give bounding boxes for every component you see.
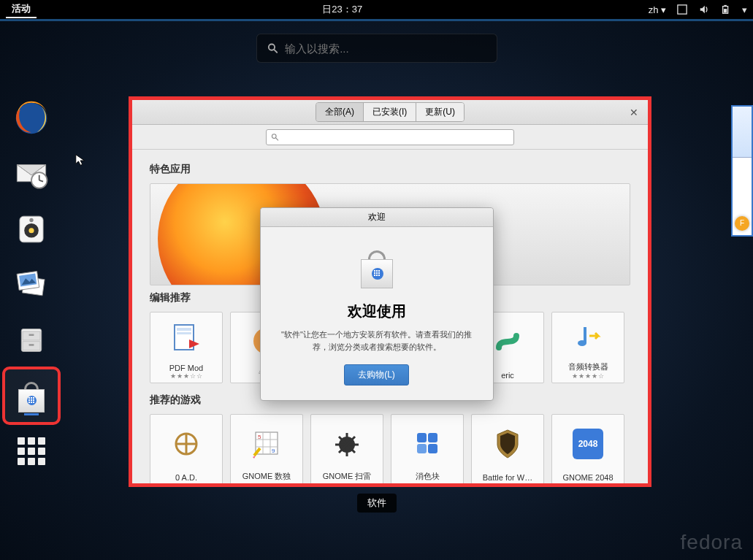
sudoku-icon: 59 (251, 428, 282, 459)
welcome-heading: 欢迎使用 (348, 302, 406, 321)
svg-point-4 (268, 44, 274, 50)
close-button[interactable]: ✕ (626, 104, 642, 120)
dock-item-evolution[interactable] (5, 147, 58, 200)
svg-rect-0 (678, 5, 687, 14)
accessibility-icon[interactable] (676, 4, 688, 15)
app-label: PDF Mod (153, 364, 220, 372)
battery-icon[interactable] (720, 4, 732, 15)
blocks-icon (413, 429, 442, 458)
app-stars: ★★★☆☆ (170, 372, 203, 380)
svg-rect-27 (177, 328, 191, 331)
svg-line-5 (274, 50, 278, 53)
svg-rect-47 (417, 433, 427, 442)
speaker-icon (13, 211, 50, 248)
app-label: 0 A.D. (153, 473, 220, 482)
svg-rect-28 (177, 332, 191, 334)
svg-rect-22 (29, 334, 34, 336)
snake-icon (492, 326, 524, 358)
dock-item-software[interactable] (5, 369, 58, 422)
tab-updates[interactable]: 更新(U) (416, 103, 464, 121)
app-label: 消色块 (394, 471, 461, 482)
app-stars: ★★★★☆ (572, 372, 605, 380)
app-label: GNOME 扫雷 (313, 471, 381, 482)
mine-icon (332, 429, 362, 458)
svg-rect-49 (417, 444, 427, 453)
welcome-titlebar: 欢迎 (261, 208, 493, 227)
audio-convert-icon (572, 321, 604, 353)
app-card[interactable]: 音频转换器 ★★★★☆ (551, 312, 624, 383)
dock-item-apps-grid[interactable] (5, 425, 58, 477)
pdf-icon (170, 322, 202, 354)
welcome-text: "软件"让您在一个地方安装所有软件。请查看我们的推荐，浏览分类或者搜索想要的软件… (278, 329, 475, 353)
system-menu-chevron-icon[interactable]: ▾ (742, 4, 747, 15)
app-card[interactable]: GNOME 扫雷 (310, 414, 383, 483)
app-card[interactable]: Battle for W… (471, 414, 544, 483)
svg-text:9: 9 (272, 448, 275, 454)
fedora-watermark: fedora (681, 531, 743, 554)
mail-clock-icon (13, 156, 50, 192)
software-search-row (132, 125, 648, 150)
close-icon: ✕ (630, 107, 638, 118)
app-label: 音频转换器 (554, 361, 622, 372)
overview-search[interactable] (256, 34, 497, 63)
tile-2048-icon: 2048 (573, 429, 603, 459)
recommended-games-row: 0 A.D. 59 GNOME 数独 GNOME 扫雷 消色块 Battle f… (150, 414, 630, 483)
dock (3, 92, 60, 477)
app-label: Battle for W… (474, 473, 541, 482)
go-shopping-button[interactable]: 去购物(L) (344, 364, 409, 386)
svg-rect-21 (23, 342, 40, 350)
svg-point-24 (272, 134, 276, 138)
apps-grid-icon (18, 437, 45, 465)
input-lang[interactable]: zh ▾ (649, 4, 666, 15)
file-cabinet-icon (14, 323, 49, 358)
overview-search-input[interactable] (285, 42, 486, 55)
svg-point-14 (28, 228, 34, 233)
software-search[interactable] (266, 129, 514, 145)
app-card[interactable]: 0 A.D. (150, 414, 223, 483)
svg-text:5: 5 (258, 434, 261, 440)
app-label: GNOME 2048 (554, 473, 622, 482)
software-bag-icon (15, 379, 48, 413)
app-card[interactable]: PDF Mod ★★★☆☆ (150, 312, 223, 383)
svg-rect-3 (724, 9, 727, 12)
desktop-overview: F 全部(A) 已安装(I) 更新(U) ✕ 特色应用 编辑推荐 (0, 19, 753, 560)
software-headerbar: 全部(A) 已安装(I) 更新(U) ✕ (132, 100, 648, 125)
activities-button[interactable]: 活动 (6, 1, 37, 18)
cursor-icon (74, 153, 88, 166)
svg-line-25 (275, 137, 278, 140)
tab-all[interactable]: 全部(A) (316, 103, 364, 121)
svg-point-31 (578, 340, 586, 346)
software-bag-icon (355, 246, 399, 290)
search-icon (267, 42, 278, 54)
app-card[interactable]: 59 GNOME 数独 (230, 414, 303, 483)
side-preview-badge: F (735, 216, 749, 231)
tab-installed[interactable]: 已安装(I) (364, 103, 416, 121)
dock-item-rhythmbox[interactable] (5, 203, 58, 256)
dock-item-files[interactable] (5, 314, 58, 367)
wesnoth-shield-icon (493, 427, 522, 461)
dock-item-firefox[interactable] (5, 92, 58, 145)
svg-rect-23 (29, 344, 34, 346)
shield-circle-icon (172, 429, 201, 459)
volume-icon[interactable] (698, 4, 710, 15)
section-featured-title: 特色应用 (150, 163, 630, 176)
app-label: GNOME 数独 (233, 471, 300, 482)
search-icon (271, 133, 279, 142)
svg-rect-18 (19, 274, 37, 287)
app-card[interactable]: 2048 GNOME 2048 (551, 414, 624, 483)
top-panel: 活动 日23：37 zh ▾ ▾ (0, 0, 753, 19)
chevron-down-icon: ▾ (661, 4, 666, 15)
window-tooltip: 软件 (357, 494, 397, 513)
view-switcher: 全部(A) 已安装(I) 更新(U) (316, 102, 465, 122)
software-search-input[interactable] (283, 132, 509, 142)
dock-item-shotwell[interactable] (5, 258, 58, 311)
photos-icon (12, 266, 50, 304)
welcome-dialog: 欢迎 欢迎使用 "软件"让您在一个地方安装所有软件。请查看我们的推荐，浏览分类或… (260, 207, 494, 401)
firefox-icon (12, 99, 51, 138)
svg-rect-48 (428, 433, 437, 442)
clock[interactable]: 日23：37 (322, 3, 362, 16)
window-preview-side[interactable]: F (731, 105, 753, 237)
app-card[interactable]: 消色块 (391, 414, 464, 483)
svg-rect-50 (428, 444, 437, 453)
overview-indicator (0, 19, 753, 21)
